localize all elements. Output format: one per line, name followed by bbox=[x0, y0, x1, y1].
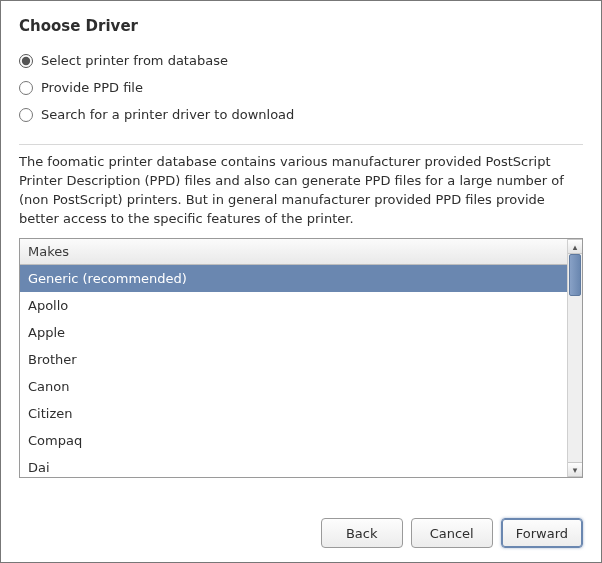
choose-driver-dialog: Choose Driver Select printer from databa… bbox=[1, 1, 601, 562]
back-button[interactable]: Back bbox=[321, 518, 403, 548]
radio-download-label: Search for a printer driver to download bbox=[41, 107, 294, 122]
makes-list-header[interactable]: Makes bbox=[20, 239, 567, 265]
description-text: The foomatic printer database contains v… bbox=[19, 153, 583, 228]
radio-option-ppd[interactable]: Provide PPD file bbox=[19, 80, 583, 95]
radio-database-label: Select printer from database bbox=[41, 53, 228, 68]
list-item[interactable]: Citizen bbox=[20, 400, 567, 427]
dialog-button-row: Back Cancel Forward bbox=[19, 496, 583, 548]
scroll-thumb[interactable] bbox=[569, 254, 581, 296]
list-item[interactable]: Apple bbox=[20, 319, 567, 346]
scroll-up-button[interactable]: ▴ bbox=[568, 239, 582, 254]
makes-scrollbar[interactable]: ▴ ▾ bbox=[567, 239, 582, 477]
list-item[interactable]: Brother bbox=[20, 346, 567, 373]
list-item[interactable]: Dai bbox=[20, 454, 567, 477]
list-item[interactable]: Generic (recommended) bbox=[20, 265, 567, 292]
radio-option-database[interactable]: Select printer from database bbox=[19, 53, 583, 68]
radio-database[interactable] bbox=[19, 54, 33, 68]
makes-list[interactable]: Generic (recommended)ApolloAppleBrotherC… bbox=[20, 265, 567, 477]
list-item[interactable]: Compaq bbox=[20, 427, 567, 454]
driver-source-radio-group: Select printer from database Provide PPD… bbox=[19, 49, 583, 134]
radio-ppd-label: Provide PPD file bbox=[41, 80, 143, 95]
scroll-down-button[interactable]: ▾ bbox=[568, 462, 582, 477]
list-item[interactable]: Apollo bbox=[20, 292, 567, 319]
makes-list-frame: Makes Generic (recommended)ApolloAppleBr… bbox=[19, 238, 583, 478]
cancel-button[interactable]: Cancel bbox=[411, 518, 493, 548]
radio-ppd[interactable] bbox=[19, 81, 33, 95]
radio-option-download[interactable]: Search for a printer driver to download bbox=[19, 107, 583, 122]
separator bbox=[19, 144, 583, 145]
list-item[interactable]: Canon bbox=[20, 373, 567, 400]
radio-download[interactable] bbox=[19, 108, 33, 122]
dialog-title: Choose Driver bbox=[19, 17, 583, 35]
scroll-track[interactable] bbox=[568, 254, 582, 462]
forward-button[interactable]: Forward bbox=[501, 518, 583, 548]
